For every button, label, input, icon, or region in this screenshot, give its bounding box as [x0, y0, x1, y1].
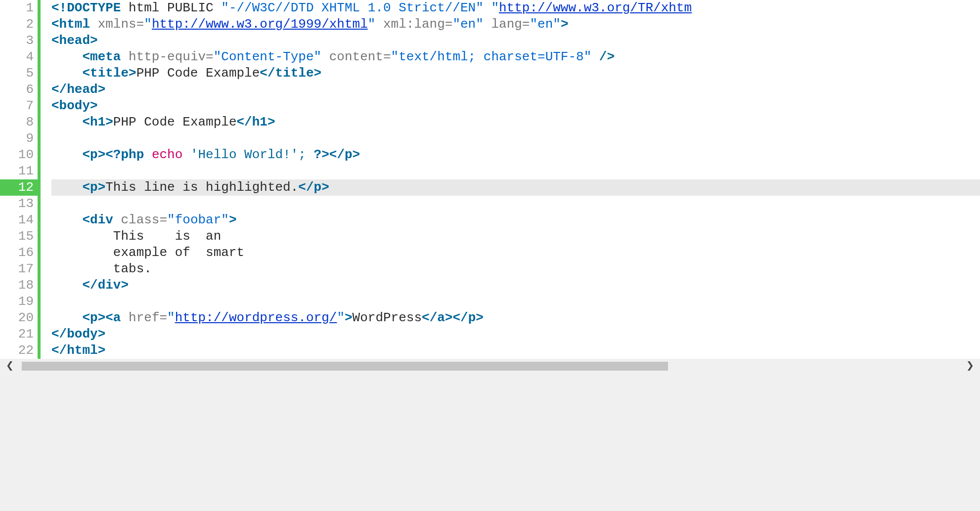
token-bracket: </ — [51, 82, 67, 97]
code-line[interactable]: </body> — [51, 326, 980, 342]
token-string: " — [144, 17, 152, 32]
code-area[interactable]: <!DOCTYPE html PUBLIC "-//W3C//DTD XHTML… — [41, 0, 980, 359]
token-tag: a — [113, 310, 121, 325]
line-number: 17 — [0, 261, 38, 277]
scroll-left-icon[interactable]: ❮ — [4, 360, 16, 373]
code-line[interactable]: <p>This line is highlighted.</p> — [51, 179, 980, 196]
code-line[interactable] — [51, 196, 980, 212]
token-attr: lang — [491, 17, 522, 32]
line-number: 10 — [0, 147, 38, 163]
line-number: 5 — [0, 65, 38, 82]
line-number: 22 — [0, 342, 38, 359]
token-doctype-text: html PUBLIC — [121, 0, 221, 15]
line-number-gutter: 12345678910111213141516171819202122 — [0, 0, 41, 359]
code-line[interactable]: </html> — [51, 342, 980, 359]
line-number: 19 — [0, 294, 38, 310]
token-text — [321, 49, 329, 64]
token-bracket: > — [98, 147, 106, 162]
code-line[interactable]: <!DOCTYPE html PUBLIC "-//W3C//DTD XHTML… — [51, 0, 980, 16]
token-tag: title — [90, 66, 129, 81]
token-text — [182, 147, 190, 162]
token-doctype: DOCTYPE — [67, 0, 121, 15]
token-attr: xml:lang — [383, 17, 445, 32]
token-attr: = — [136, 17, 144, 32]
token-tag: p — [314, 180, 322, 195]
token-text: WordPress — [353, 310, 422, 325]
token-bracket: > — [105, 115, 113, 129]
token-bracket: > — [267, 115, 275, 129]
code-line[interactable]: <div class="foobar"> — [51, 212, 980, 228]
token-phpstr: 'Hello World!' — [190, 147, 298, 162]
token-bracket: </ — [260, 66, 275, 81]
scroll-right-icon[interactable]: ❯ — [964, 360, 976, 373]
token-string: " — [337, 310, 345, 325]
line-number: 21 — [0, 326, 38, 342]
scrollbar-track[interactable] — [22, 362, 959, 371]
token-string: "en" — [530, 17, 560, 32]
token-bracket: > — [229, 213, 237, 227]
token-text — [306, 147, 314, 162]
code-line[interactable]: <html xmlns="http://www.w3.org/1999/xhtm… — [51, 16, 980, 33]
code-line[interactable]: tabs. — [51, 261, 980, 277]
token-bracket: > — [476, 310, 484, 325]
token-tag: div — [98, 278, 121, 293]
code-line[interactable]: example of smart — [51, 245, 980, 261]
code-line[interactable]: <h1>PHP Code Example</h1> — [51, 114, 980, 130]
token-bracket: < — [51, 33, 59, 48]
token-tag: h1 — [90, 115, 105, 129]
token-bracket: </ — [329, 147, 345, 162]
token-bracket: > — [314, 66, 322, 81]
token-bracket: > — [321, 180, 329, 195]
code-line[interactable]: <head> — [51, 33, 980, 49]
token-tag: p — [468, 310, 476, 325]
code-line[interactable]: </head> — [51, 82, 980, 98]
token-bracket: > — [561, 17, 569, 32]
token-attr: content — [329, 49, 383, 64]
scrollbar-thumb[interactable] — [22, 362, 668, 371]
line-number: 2 — [0, 16, 38, 33]
token-bracket: > — [129, 66, 136, 81]
code-line[interactable]: This is an — [51, 228, 980, 245]
token-bracket: < — [51, 17, 59, 32]
token-attr: href — [129, 310, 159, 325]
token-bracket: < — [82, 115, 90, 129]
token-url: http://www.w3.org/TR/xhtm — [499, 0, 692, 15]
token-tag: p — [90, 147, 98, 162]
token-bracket: > — [98, 327, 106, 341]
code-line[interactable] — [51, 163, 980, 179]
token-text — [484, 17, 491, 32]
token-text — [591, 49, 599, 64]
code-editor: 12345678910111213141516171819202122 <!DO… — [0, 0, 980, 374]
token-tag: h1 — [252, 115, 267, 129]
token-attr: = — [522, 17, 530, 32]
code-line[interactable] — [51, 294, 980, 310]
token-bracket: < — [51, 98, 59, 113]
code-line[interactable]: </div> — [51, 277, 980, 294]
token-doctype-text — [484, 0, 491, 15]
token-string: " — [491, 0, 499, 15]
token-tag: p — [90, 310, 98, 325]
token-bracket: < — [105, 310, 113, 325]
code-line[interactable] — [51, 130, 980, 147]
token-attr: http-equiv — [129, 49, 206, 64]
token-bracket: > — [90, 33, 98, 48]
token-bracket: </ — [82, 278, 97, 293]
token-tag: p — [345, 147, 353, 162]
code-line[interactable]: <p><?php echo 'Hello World!'; ?></p> — [51, 147, 980, 163]
code-line[interactable]: <body> — [51, 98, 980, 114]
line-number: 20 — [0, 310, 38, 326]
token-url: http://www.w3.org/1999/xhtml — [152, 17, 368, 32]
token-bracket: > — [98, 343, 106, 358]
code-line[interactable]: <p><a href="http://wordpress.org/">WordP… — [51, 310, 980, 326]
token-bracket: > — [445, 310, 453, 325]
horizontal-scrollbar: ❮ ❯ — [0, 359, 980, 374]
token-bracket: < — [82, 213, 90, 227]
code-line[interactable]: <meta http-equiv="Content-Type" content=… — [51, 49, 980, 65]
token-bracket: < — [82, 66, 90, 81]
code-line[interactable]: <title>PHP Code Example</title> — [51, 65, 980, 82]
token-attr: = — [383, 49, 391, 64]
token-bracket: > — [121, 278, 129, 293]
token-string: "-//W3C//DTD XHTML 1.0 Strict//EN" — [221, 0, 484, 15]
token-bracket: < — [82, 310, 90, 325]
line-number: 16 — [0, 245, 38, 261]
